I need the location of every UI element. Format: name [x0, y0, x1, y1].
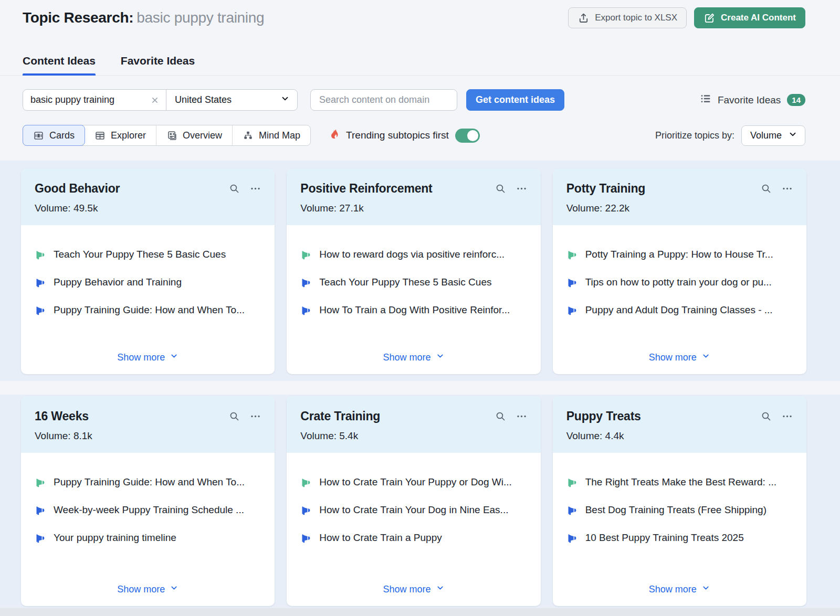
chevron-down-icon: [170, 583, 178, 595]
content-idea[interactable]: Tips on how to potty train your dog or p…: [566, 277, 793, 291]
cards-band-1: Good Behavior Volume: 49.5k Teach Your P…: [0, 161, 840, 381]
content-idea[interactable]: The Right Treats Make the Best Reward: .…: [566, 476, 793, 491]
content-idea[interactable]: How to Crate Train Your Dog in Nine Eas.…: [300, 504, 527, 518]
favorite-ideas-link[interactable]: Favorite Ideas 14: [700, 93, 805, 107]
card-header: 16 Weeks Volume: 8.1k: [21, 396, 275, 453]
show-more-button[interactable]: Show more: [383, 583, 444, 595]
card-header: Good Behavior Volume: 49.5k: [21, 168, 275, 225]
search-topic-icon[interactable]: [229, 183, 240, 194]
chevron-down-icon: [788, 130, 797, 142]
content-idea[interactable]: How To Train a Dog With Positive Reinfor…: [300, 304, 527, 318]
view-mode-explorer[interactable]: Explorer: [85, 125, 156, 145]
topic-query-control: United States: [23, 89, 298, 111]
megaphone-icon: [300, 277, 311, 291]
export-xlsx-button[interactable]: Export topic to XLSX: [568, 7, 687, 28]
content-idea[interactable]: How to reward dogs via positive reinforc…: [300, 249, 527, 263]
content-idea[interactable]: Teach Your Puppy These 5 Basic Cues: [35, 249, 261, 263]
megaphone-icon: [566, 249, 578, 263]
content-idea[interactable]: Puppy Training Guide: How and When To...: [35, 476, 261, 491]
prioritize-select[interactable]: Volume: [741, 125, 805, 146]
list-icon: [700, 93, 711, 107]
bottom-edge-strip: [0, 608, 840, 616]
topic-card-puppy-treats: Puppy Treats Volume: 4.4k The Right Trea…: [553, 396, 806, 606]
megaphone-icon: [35, 533, 46, 546]
megaphone-icon: [566, 505, 578, 518]
search-topic-icon[interactable]: [761, 183, 772, 194]
search-topic-icon[interactable]: [229, 411, 240, 422]
more-options-icon[interactable]: [516, 411, 527, 422]
create-ai-content-button[interactable]: Create AI Content: [694, 7, 805, 28]
content-idea[interactable]: Best Dog Training Treats (Free Shipping): [566, 504, 793, 518]
cards-view-icon: [33, 130, 44, 141]
content-idea[interactable]: How to Crate Train Your Puppy or Dog Wi.…: [300, 476, 527, 491]
band-gap: [0, 381, 840, 395]
controls-panel: United States Get content ideas Favorite…: [0, 76, 840, 146]
view-mode-overview[interactable]: Overview: [156, 125, 233, 145]
show-more-button[interactable]: Show more: [117, 583, 178, 595]
content-idea[interactable]: Teach Your Puppy These 5 Basic Cues: [300, 277, 527, 291]
region-select[interactable]: United States: [166, 90, 297, 110]
show-more-button[interactable]: Show more: [649, 352, 710, 363]
megaphone-icon: [300, 249, 311, 263]
megaphone-icon: [566, 305, 578, 318]
megaphone-icon: [566, 477, 578, 491]
page-title-prefix: Topic Research:: [23, 9, 133, 26]
megaphone-icon: [300, 305, 311, 318]
more-options-icon[interactable]: [782, 183, 793, 194]
topic-volume: Volume: 22.2k: [566, 203, 793, 214]
megaphone-icon: [35, 477, 46, 491]
megaphone-icon: [35, 505, 46, 518]
get-content-ideas-button[interactable]: Get content ideas: [466, 89, 564, 111]
page-title: Topic Research:basic puppy training: [23, 9, 264, 26]
favorite-count-badge: 14: [787, 94, 805, 106]
chevron-down-icon: [280, 94, 290, 106]
more-options-icon[interactable]: [250, 411, 261, 422]
content-idea[interactable]: Puppy and Adult Dog Training Classes - .…: [566, 304, 793, 318]
content-idea[interactable]: Puppy Behavior and Training: [35, 277, 261, 291]
flame-icon: [328, 128, 340, 143]
domain-search-input[interactable]: [310, 89, 457, 111]
edit-icon: [704, 12, 716, 24]
tab-bar: Content Ideas Favorite Ideas: [0, 55, 840, 76]
chevron-down-icon: [436, 583, 445, 595]
topic-title: Crate Training: [300, 409, 380, 423]
show-more-button[interactable]: Show more: [383, 352, 444, 363]
header-actions: Export topic to XLSX Create AI Content: [568, 7, 805, 28]
report-view-icon: [166, 130, 177, 141]
show-more-button[interactable]: Show more: [649, 583, 710, 595]
card-header: Potty Training Volume: 22.2k: [553, 168, 806, 225]
topic-title: Positive Reinforcement: [300, 182, 432, 196]
content-idea[interactable]: Your puppy training timeline: [35, 532, 261, 546]
topic-card-crate-training: Crate Training Volume: 5.4k How to Crate…: [287, 396, 540, 606]
topic-research-page: Topic Research:basic puppy training Expo…: [0, 0, 840, 616]
view-mode-mindmap[interactable]: Mind Map: [233, 125, 310, 145]
chevron-down-icon: [701, 583, 710, 595]
show-more-button[interactable]: Show more: [117, 352, 178, 363]
clear-query-icon[interactable]: [144, 90, 166, 110]
tab-favorite-ideas[interactable]: Favorite Ideas: [121, 55, 195, 75]
megaphone-icon: [35, 305, 46, 318]
search-topic-icon[interactable]: [495, 411, 506, 422]
search-topic-icon[interactable]: [495, 183, 506, 194]
card-body: How to reward dogs via positive reinforc…: [287, 225, 540, 374]
topic-volume: Volume: 49.5k: [35, 203, 261, 214]
tab-content-ideas[interactable]: Content Ideas: [23, 55, 96, 75]
cards-grid-row2: 16 Weeks Volume: 8.1k Puppy Training Gui…: [0, 396, 840, 606]
more-options-icon[interactable]: [516, 183, 527, 194]
more-options-icon[interactable]: [782, 411, 793, 422]
topic-query-input[interactable]: [23, 90, 144, 110]
content-idea[interactable]: How to Crate Train a Puppy: [300, 532, 527, 546]
page-header: Topic Research:basic puppy training Expo…: [0, 0, 840, 28]
trending-toggle[interactable]: [455, 129, 480, 143]
content-idea[interactable]: Potty Training a Puppy: How to House Tr.…: [566, 249, 793, 263]
card-body: Potty Training a Puppy: How to House Tr.…: [553, 225, 806, 374]
more-options-icon[interactable]: [250, 183, 261, 194]
search-topic-icon[interactable]: [761, 411, 772, 422]
topic-volume: Volume: 8.1k: [35, 430, 261, 442]
megaphone-icon: [566, 533, 578, 546]
content-idea[interactable]: Week-by-week Puppy Training Schedule ...: [35, 504, 261, 518]
content-idea[interactable]: 10 Best Puppy Training Treats 2025: [566, 532, 793, 546]
view-mode-cards[interactable]: Cards: [23, 125, 85, 146]
content-idea[interactable]: Puppy Training Guide: How and When To...: [35, 304, 261, 318]
megaphone-icon: [300, 477, 311, 491]
